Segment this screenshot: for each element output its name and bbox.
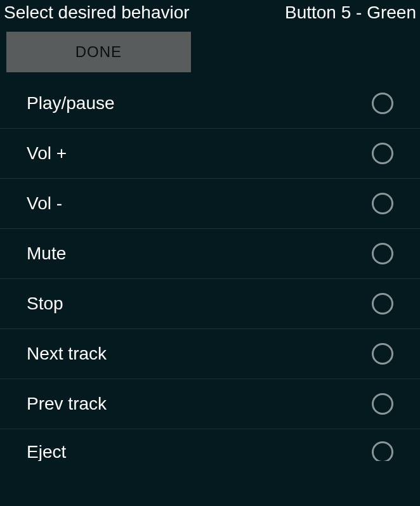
option-vol-up[interactable]: Vol + bbox=[0, 129, 420, 179]
button-identifier: Button 5 - Green bbox=[284, 0, 417, 28]
radio-icon bbox=[372, 243, 393, 264]
option-play-pause[interactable]: Play/pause bbox=[0, 79, 420, 129]
radio-icon bbox=[372, 343, 393, 365]
option-next-track[interactable]: Next track bbox=[0, 329, 420, 379]
option-label: Vol + bbox=[27, 143, 67, 164]
header: Select desired behavior DONE Button 5 - … bbox=[0, 0, 420, 72]
radio-icon bbox=[372, 293, 393, 315]
option-label: Play/pause bbox=[27, 93, 115, 114]
radio-icon bbox=[372, 93, 393, 114]
option-label: Prev track bbox=[27, 394, 107, 414]
radio-icon bbox=[372, 441, 393, 461]
page-title: Select desired behavior bbox=[3, 0, 191, 28]
option-eject[interactable]: Eject bbox=[0, 429, 420, 461]
option-mute[interactable]: Mute bbox=[0, 229, 420, 279]
option-label: Mute bbox=[27, 243, 66, 264]
option-label: Eject bbox=[27, 442, 66, 461]
radio-icon bbox=[372, 393, 393, 415]
radio-icon bbox=[372, 193, 393, 214]
radio-icon bbox=[372, 143, 393, 164]
option-label: Stop bbox=[27, 294, 63, 314]
option-vol-down[interactable]: Vol - bbox=[0, 179, 420, 229]
header-left: Select desired behavior DONE bbox=[3, 0, 191, 72]
done-button[interactable]: DONE bbox=[6, 32, 191, 72]
option-prev-track[interactable]: Prev track bbox=[0, 379, 420, 429]
option-stop[interactable]: Stop bbox=[0, 279, 420, 329]
behavior-list: Play/pause Vol + Vol - Mute Stop Next tr… bbox=[0, 79, 420, 461]
option-label: Vol - bbox=[27, 193, 62, 214]
option-label: Next track bbox=[27, 344, 107, 364]
